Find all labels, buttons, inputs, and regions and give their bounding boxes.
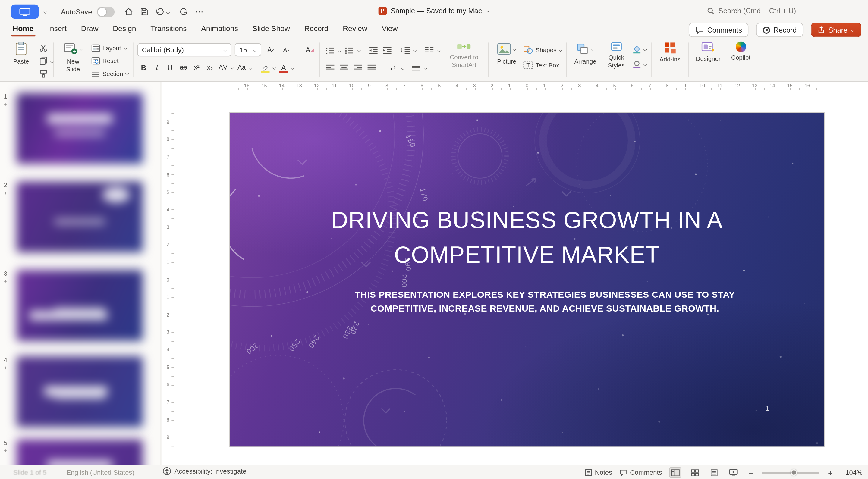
slide-thumbnail[interactable]: 2✦ <box>0 181 161 253</box>
quick-styles-button[interactable]: Quick Styles <box>602 40 630 79</box>
text-direction-button[interactable]: ⇄ <box>387 62 399 74</box>
highlight-chevron-icon[interactable] <box>273 66 276 69</box>
slide-thumbnail[interactable]: 3✦ <box>0 270 161 342</box>
section-button[interactable]: Section <box>91 67 129 79</box>
change-case-chevron-icon[interactable] <box>249 66 252 69</box>
zoom-in-button[interactable]: + <box>827 468 834 477</box>
character-spacing-chevron-icon[interactable] <box>230 66 234 69</box>
slide-subtitle-textbox[interactable]: THIS PRESENTATION EXPLORES KEY STRATEGIE… <box>349 288 741 315</box>
align-center-button[interactable] <box>338 62 350 74</box>
text-direction-chevron-icon[interactable] <box>401 66 404 70</box>
slide-show-button[interactable] <box>727 467 739 478</box>
strikethrough-button[interactable]: ab <box>177 61 189 73</box>
character-spacing-button[interactable]: AV <box>217 61 229 73</box>
slide-thumbnail-image[interactable] <box>17 356 143 427</box>
tab-record[interactable]: Record <box>297 23 336 36</box>
copy-button[interactable] <box>37 56 49 66</box>
increase-indent-button[interactable] <box>381 44 393 56</box>
undo-icon[interactable] <box>154 7 165 17</box>
font-color-button[interactable]: A <box>278 61 290 73</box>
shape-fill-button[interactable] <box>633 43 647 55</box>
record-button[interactable]: Record <box>756 23 804 37</box>
italic-button[interactable]: I <box>151 61 163 73</box>
shrink-font-button[interactable]: A˅ <box>280 44 292 56</box>
shape-outline-button[interactable] <box>633 58 647 70</box>
superscript-button[interactable]: x² <box>190 61 203 73</box>
comments-button[interactable]: Comments <box>688 23 749 37</box>
justify-button[interactable] <box>366 62 378 74</box>
align-left-button[interactable] <box>324 62 336 74</box>
slide-thumbnail-image[interactable] <box>17 439 143 465</box>
copilot-button[interactable]: Copilot <box>726 40 755 79</box>
app-window-button[interactable] <box>11 4 39 19</box>
paste-button[interactable]: Paste <box>8 40 34 79</box>
decrease-indent-button[interactable] <box>367 44 379 56</box>
tab-home[interactable]: Home <box>5 23 41 36</box>
convert-to-smartart-button[interactable]: Convert to SmartArt <box>444 40 485 79</box>
reading-view-button[interactable] <box>708 467 720 478</box>
picture-button[interactable]: Picture <box>493 40 521 79</box>
normal-view-button[interactable] <box>670 467 681 478</box>
columns-button[interactable] <box>423 44 435 56</box>
language-indicator[interactable]: English (United States) <box>66 469 134 477</box>
columns-chevron-icon[interactable] <box>437 49 441 52</box>
tab-animations[interactable]: Animations <box>194 23 245 36</box>
align-right-button[interactable] <box>352 62 364 74</box>
designer-button[interactable]: Designer <box>692 40 724 79</box>
zoom-slider[interactable] <box>762 472 819 474</box>
document-title[interactable]: P Sample — Saved to my Mac <box>378 7 490 15</box>
align-text-chevron-icon[interactable] <box>424 66 427 70</box>
search-field[interactable]: Search (Cmd + Ctrl + U) <box>707 7 796 15</box>
arrange-button[interactable]: Arrange <box>571 40 600 79</box>
slide-thumbnail[interactable]: 5✦ <box>0 439 161 465</box>
align-text-button[interactable] <box>410 62 422 74</box>
line-spacing-button[interactable] <box>399 44 411 56</box>
cut-button[interactable] <box>37 42 49 53</box>
slide-thumbnail-image[interactable] <box>17 181 143 252</box>
bold-button[interactable]: B <box>137 61 150 73</box>
tab-transitions[interactable]: Transitions <box>143 23 194 36</box>
more-commands-icon[interactable]: ⋯ <box>194 7 205 17</box>
slide-sorter-view-button[interactable] <box>689 467 701 478</box>
add-ins-button[interactable]: Add-ins <box>655 40 684 79</box>
tab-review[interactable]: Review <box>336 23 374 36</box>
autosave-toggle[interactable] <box>97 7 115 17</box>
clear-formatting-button[interactable]: A◢ <box>304 44 315 56</box>
slide-thumbnail-image[interactable] <box>17 93 143 164</box>
shapes-button[interactable]: Shapes <box>523 44 562 56</box>
tab-insert[interactable]: Insert <box>41 23 74 36</box>
tab-draw[interactable]: Draw <box>74 23 106 36</box>
font-size-combobox[interactable]: 15 <box>235 43 261 56</box>
accessibility-status[interactable]: Accessibility: Investigate <box>163 467 246 475</box>
text-box-button[interactable]: Text Box <box>523 59 562 71</box>
numbering-chevron-icon[interactable] <box>358 49 361 52</box>
notes-button[interactable]: Notes <box>584 469 612 477</box>
tab-design[interactable]: Design <box>105 23 143 36</box>
underline-button[interactable]: U <box>164 61 176 73</box>
chevron-down-icon[interactable] <box>43 10 47 13</box>
reset-button[interactable]: Reset <box>91 55 129 67</box>
zoom-level[interactable]: 104% <box>841 469 863 477</box>
layout-button[interactable]: Layout <box>91 42 129 54</box>
slide-title-textbox[interactable]: DRIVING BUSINESS GROWTH IN A COMPETITIVE… <box>307 202 747 272</box>
zoom-out-button[interactable]: − <box>747 468 755 477</box>
redo-icon[interactable] <box>178 7 189 17</box>
numbering-button[interactable] <box>343 44 355 56</box>
home-icon[interactable] <box>123 7 134 17</box>
comments-status-button[interactable]: Comments <box>619 469 662 477</box>
slide-thumbnail-image[interactable] <box>17 270 143 341</box>
bullets-chevron-icon[interactable] <box>338 49 341 52</box>
save-icon[interactable] <box>138 7 150 17</box>
font-color-chevron-icon[interactable] <box>291 66 294 69</box>
subscript-button[interactable]: x₂ <box>204 61 216 73</box>
bullets-button[interactable] <box>324 44 336 56</box>
slide-canvas[interactable]: DRIVING BUSINESS GROWTH IN A COMPETITIVE… <box>230 113 824 447</box>
undo-chevron-icon[interactable] <box>166 11 170 14</box>
tab-slide-show[interactable]: Slide Show <box>245 23 297 36</box>
slide-thumbnail[interactable]: 4✦ <box>0 356 161 428</box>
tab-view[interactable]: View <box>375 23 405 36</box>
line-spacing-chevron-icon[interactable] <box>413 49 417 52</box>
font-name-combobox[interactable]: Calibri (Body) <box>137 43 231 56</box>
zoom-slider-knob[interactable] <box>790 469 797 476</box>
new-slide-button[interactable]: New Slide <box>58 40 89 79</box>
